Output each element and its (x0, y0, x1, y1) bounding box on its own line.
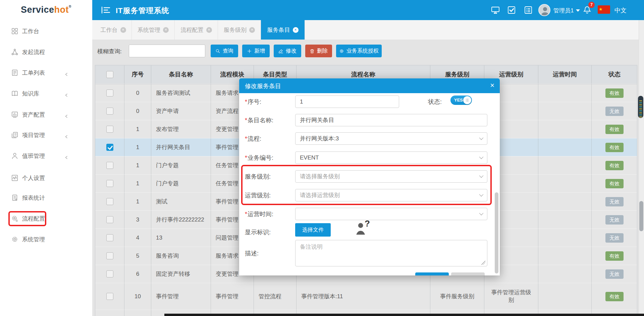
row-checkbox[interactable] (106, 198, 113, 205)
sidebar-item-8[interactable]: 个人设置 (0, 171, 92, 185)
cancel-button[interactable] (451, 272, 485, 275)
row-checkbox[interactable] (106, 162, 113, 169)
sidebar-item-11[interactable]: 系统管理 (0, 232, 92, 247)
page-scrollbar-thumb[interactable] (639, 201, 643, 231)
cell-status: 有效 (592, 84, 637, 102)
chevron-down-icon[interactable] (576, 9, 580, 12)
op-level-select[interactable]: 请选择运营级别 (295, 189, 487, 201)
add-button[interactable]: 新增 (242, 45, 270, 57)
notification-badge: 7 (588, 2, 595, 8)
cell-name: 门户专题 (151, 156, 211, 175)
app-title: IT服务管理系统 (116, 6, 169, 16)
sidebar-item-9[interactable]: 报表统计 (0, 190, 92, 205)
choose-file-button[interactable]: 选择文件 (295, 223, 331, 237)
description-textarea[interactable] (295, 240, 487, 266)
sidebar-item-3[interactable]: 工单列表 (0, 65, 92, 80)
tab-label: 流程配置 (181, 26, 204, 34)
modal-scrollbar-thumb[interactable] (495, 192, 498, 273)
authorize-button[interactable]: 业务系统授权 (336, 45, 382, 57)
sidebar-item-1[interactable]: 工作台 (0, 24, 92, 39)
cell-status: 有效 (592, 120, 637, 138)
brand-right: hot (54, 5, 69, 15)
cell-name: 发布管理 (151, 120, 211, 138)
cell-seq: 0 (124, 84, 151, 102)
sidebar-item-7[interactable]: 值班管理 (0, 148, 92, 163)
cell-status: 有效 (592, 138, 637, 156)
screen-share-icon[interactable] (491, 6, 500, 14)
tab-2[interactable]: 系统管理× (132, 20, 175, 40)
cell-op_time (538, 211, 592, 229)
op-time-label: *运营时间: (245, 210, 273, 218)
search-button[interactable]: 查询 (211, 45, 238, 57)
sidebar-item-6[interactable]: 项目管理 (0, 128, 92, 142)
tab-close-icon[interactable]: × (206, 27, 212, 33)
tab-3[interactable]: 流程配置× (175, 20, 218, 40)
row-checkbox[interactable] (106, 252, 113, 259)
edit-button[interactable]: 修改 (274, 45, 301, 57)
fuzzy-search-input[interactable] (129, 45, 205, 57)
sidebar-item-label: 个人设置 (22, 174, 45, 182)
sidebar-item-label: 知识库 (22, 90, 39, 98)
status-badge: 无效 (605, 107, 624, 116)
tab-close-icon[interactable]: × (293, 27, 299, 33)
row-checkbox[interactable] (106, 144, 113, 151)
select-all-checkbox[interactable] (106, 71, 113, 78)
op-time-select[interactable] (295, 208, 487, 220)
page-scrollbar-track[interactable] (639, 20, 644, 316)
confirm-button[interactable] (415, 272, 449, 275)
tab-close-icon[interactable]: × (249, 27, 255, 33)
todo-list-icon[interactable] (524, 6, 533, 14)
gear-icon (339, 49, 344, 54)
tab-close-icon[interactable]: × (120, 27, 126, 33)
delete-button[interactable]: 删除 (305, 45, 332, 57)
sidebar-item-4[interactable]: 知识库 (0, 86, 92, 101)
brand-reg-mark: ® (69, 5, 71, 8)
row-checkbox[interactable] (106, 108, 113, 115)
avatar-placeholder-icon: ? (354, 220, 373, 237)
row-checkbox[interactable] (106, 180, 113, 187)
approved-tasks-icon[interactable] (507, 6, 516, 14)
tab-4[interactable]: 服务级别× (218, 20, 261, 40)
tab-bar: 工作台×系统管理×流程配置×服务级别×服务条目× (92, 20, 644, 40)
user-name[interactable]: 管理员1 (553, 7, 574, 14)
row-checkbox[interactable] (106, 126, 113, 133)
row-checkbox[interactable] (106, 270, 113, 277)
tab-5[interactable]: 服务条目× (261, 20, 305, 40)
plus-icon (247, 49, 252, 54)
sidebar-item-10[interactable]: 流程配置 (0, 211, 92, 226)
row-checkbox-cell (95, 265, 124, 283)
sidebar-item-label: 工单列表 (22, 69, 45, 77)
biz-code-select[interactable]: EVENT (295, 151, 487, 164)
entry-name-label: *条目名称: (245, 116, 273, 124)
resize-handle[interactable] (481, 261, 485, 265)
table-row[interactable]: 10事件管理事件管理管控流程事件管理版本:11事件服务级别事件管理运营级别有效 (95, 283, 637, 310)
minimap-scroll-marker[interactable] (638, 96, 643, 118)
chevron-down-icon (479, 211, 484, 215)
row-checkbox-cell (95, 102, 124, 120)
sidebar-item-5[interactable]: 资产配置 (0, 107, 92, 122)
row-checkbox[interactable] (106, 293, 113, 300)
flow-select[interactable]: 并行网关版本:3 (295, 132, 487, 145)
flag-china-icon[interactable]: ★ (598, 5, 610, 14)
tab-close-icon[interactable]: × (163, 27, 169, 33)
chevron-left-icon (65, 113, 68, 116)
sidebar-item-2[interactable]: 发起流程 (0, 45, 92, 59)
row-checkbox[interactable] (106, 216, 113, 223)
row-checkbox-cell (95, 310, 124, 316)
edit-service-entry-modal: 修改服务条目 × *序号: 状态: YES *条目名称: *流程: 并行网关版本… (239, 78, 500, 275)
entry-name-input[interactable] (295, 114, 487, 126)
column-header-0 (95, 65, 124, 84)
cell-seq: 3 (124, 211, 151, 229)
menu-toggle-icon[interactable] (101, 5, 111, 15)
tab-label: 服务级别 (224, 26, 247, 34)
cell-seq: 1 (124, 156, 151, 175)
tab-1[interactable]: 工作台× (95, 20, 132, 40)
status-toggle[interactable]: YES (450, 96, 472, 105)
avatar[interactable] (538, 4, 550, 16)
close-icon[interactable]: × (490, 81, 494, 90)
service-level-select[interactable]: 请选择服务级别 (295, 170, 487, 183)
seq-input[interactable] (295, 96, 399, 108)
row-checkbox[interactable] (106, 89, 113, 97)
row-checkbox[interactable] (106, 234, 113, 241)
language-switcher[interactable]: 中文 (614, 6, 627, 14)
